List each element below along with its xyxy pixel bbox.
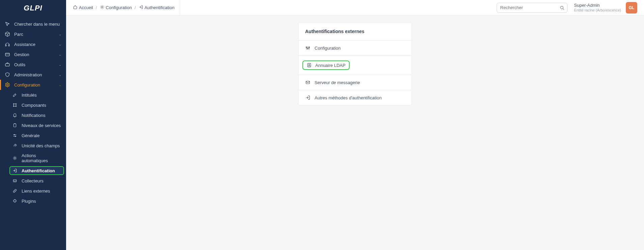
card-item-other[interactable]: Autres méthodes d'authentification	[298, 90, 412, 105]
chevron-down-icon: ⌄	[59, 73, 61, 77]
breadcrumb-sep: /	[135, 5, 136, 10]
search-icon[interactable]	[559, 5, 565, 11]
sidebar-sub-actions[interactable]: Actions automatiques	[0, 151, 66, 166]
content-area: Authentifications externes Configuration…	[66, 16, 644, 250]
svg-rect-2	[5, 53, 9, 56]
card-item-label: Configuration	[315, 46, 341, 51]
user-area[interactable]: Super-Admin Entité racine (Arborescence)…	[574, 2, 637, 14]
card-item-label: Annuaire LDAP	[315, 63, 346, 68]
card-item-label: Serveur de messagerie	[315, 80, 360, 85]
sliders-icon	[305, 45, 311, 51]
link-icon	[12, 188, 18, 194]
svg-rect-9	[14, 124, 16, 127]
sidebar-item-label: Parc	[14, 32, 23, 37]
briefcase-icon	[5, 62, 10, 67]
login-icon	[12, 168, 18, 173]
breadcrumb-label: Accueil	[79, 5, 93, 10]
svg-point-20	[309, 64, 310, 65]
mail-icon	[305, 80, 311, 85]
sidebar-item-parc[interactable]: Parc ⌄	[0, 29, 66, 39]
sidebar-item-outils[interactable]: Outils ⌄	[0, 59, 66, 70]
main-area: Accueil / Configuration / Authentificati…	[66, 0, 644, 250]
edit-icon	[12, 92, 18, 98]
settings-icon	[100, 5, 105, 10]
headset-icon	[5, 42, 10, 47]
breadcrumb-label: Configuration	[106, 5, 132, 10]
sidebar-sub-label: Générale	[22, 133, 39, 138]
gear-icon	[12, 155, 18, 161]
card-list: Configuration Annuaire LDAP Serveur de m…	[298, 40, 412, 105]
svg-rect-1	[8, 45, 9, 46]
sidebar-sub-label: Plugins	[22, 199, 36, 204]
sidebar-item-configuration[interactable]: Configuration ⌄	[0, 80, 66, 90]
sidebar-sub-composants[interactable]: Composants	[0, 100, 66, 110]
svg-rect-3	[5, 64, 9, 66]
user-name: Super-Admin	[574, 3, 621, 8]
card-title: Authentifications externes	[298, 23, 412, 40]
card-item-mail[interactable]: Serveur de messagerie	[298, 75, 412, 90]
breadcrumb: Accueil / Configuration / Authentificati…	[73, 0, 180, 15]
breadcrumb-auth[interactable]: Authentification	[139, 5, 175, 10]
login-icon	[305, 95, 311, 100]
settings-icon	[5, 82, 10, 88]
sidebar-sub-intitules[interactable]: Intitulés	[0, 90, 66, 100]
home-icon	[73, 5, 78, 10]
breadcrumb-config[interactable]: Configuration	[100, 5, 132, 10]
search-box	[497, 3, 567, 13]
sidebar-sub-collecteurs[interactable]: Collecteurs	[0, 176, 66, 186]
sidebar-sub-label: Unicité des champs	[22, 143, 60, 148]
sidebar-sub-label: Notifications	[22, 113, 46, 118]
cursor-icon	[5, 21, 10, 27]
sidebar-sub-label: Authentification	[22, 168, 55, 173]
sidebar-item-label: Outils	[14, 62, 25, 67]
wallet-icon	[5, 52, 10, 57]
puzzle-icon	[12, 198, 18, 204]
sidebar-search-menu[interactable]: Chercher dans le menu	[0, 19, 66, 29]
sidebar-item-label: Administration	[14, 72, 42, 77]
chevron-down-icon: ⌄	[59, 83, 61, 87]
chevron-down-icon: ⌄	[59, 32, 61, 36]
chevron-down-icon: ⌄	[59, 63, 61, 67]
sidebar-item-label: Assistance	[14, 42, 35, 47]
sidebar-sub-label: Intitulés	[22, 93, 37, 98]
avatar[interactable]: GL	[626, 2, 637, 14]
sidebar-sub-label: Liens externes	[22, 189, 50, 194]
ldap-highlight-box: Annuaire LDAP	[302, 60, 350, 70]
sidebar-sub-plugins[interactable]: Plugins	[0, 196, 66, 206]
components-icon	[12, 102, 18, 108]
sidebar-item-assistance[interactable]: Assistance ⌄	[0, 39, 66, 49]
sidebar: GLPI Chercher dans le menu Parc ⌄ Assist…	[0, 0, 66, 250]
clipboard-icon	[12, 123, 18, 128]
login-icon	[139, 5, 143, 10]
sidebar-sub-notifications[interactable]: Notifications	[0, 110, 66, 120]
bell-icon	[12, 112, 18, 118]
breadcrumb-home[interactable]: Accueil	[73, 5, 93, 10]
inbox-icon	[12, 178, 18, 183]
chevron-down-icon: ⌄	[59, 43, 61, 46]
card-item-ldap[interactable]: Annuaire LDAP	[298, 55, 412, 75]
logo-area[interactable]: GLPI	[0, 0, 66, 16]
sidebar-sub-authentification[interactable]: Authentification	[9, 166, 64, 175]
sidebar-sub-label: Composants	[22, 103, 46, 108]
svg-point-4	[7, 84, 8, 85]
sidebar-item-gestion[interactable]: Gestion ⌄	[0, 49, 66, 59]
chevron-down-icon: ⌄	[59, 53, 61, 56]
search-input[interactable]	[497, 3, 567, 13]
user-text: Super-Admin Entité racine (Arborescence)	[574, 3, 621, 12]
breadcrumb-label: Authentification	[145, 5, 175, 10]
sidebar-item-administration[interactable]: Administration ⌄	[0, 70, 66, 80]
sidebar-sub-label: Collecteurs	[22, 178, 43, 183]
svg-point-15	[560, 6, 563, 9]
sidebar-search-menu-label: Chercher dans le menu	[14, 22, 60, 27]
sidebar-sub-generale[interactable]: Générale	[0, 130, 66, 141]
logo-text: GLPI	[24, 4, 42, 12]
sliders-icon	[12, 133, 18, 138]
sidebar-sub-liens[interactable]: Liens externes	[0, 186, 66, 196]
sidebar-sub-niveaux[interactable]: Niveaux de services	[0, 120, 66, 130]
sidebar-sub-unicite[interactable]: Unicité des champs	[0, 141, 66, 151]
card-item-label: Autres méthodes d'authentification	[315, 95, 382, 100]
card-item-config[interactable]: Configuration	[298, 40, 412, 55]
svg-rect-0	[5, 45, 6, 46]
topbar: Accueil / Configuration / Authentificati…	[66, 0, 644, 16]
user-entity: Entité racine (Arborescence)	[574, 8, 621, 12]
